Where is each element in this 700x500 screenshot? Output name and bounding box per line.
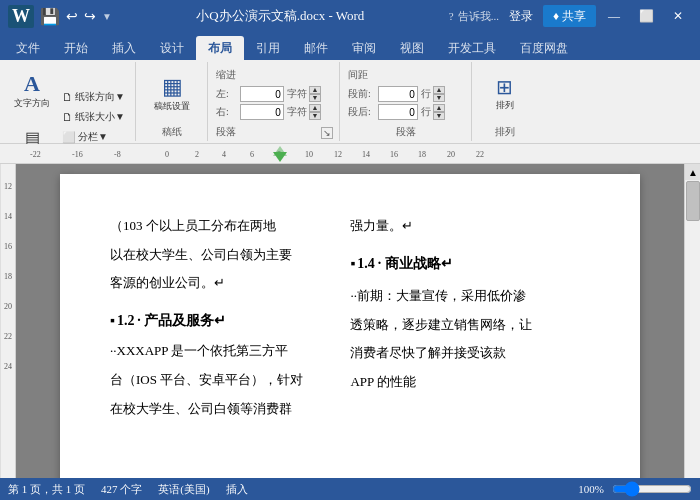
spacing-before-up[interactable]: ▲ (433, 86, 445, 94)
spacing-before-down[interactable]: ▼ (433, 94, 445, 102)
svg-text:2: 2 (195, 150, 199, 159)
indent-right-spinner[interactable]: ▲ ▼ (309, 104, 321, 120)
indent-left-up[interactable]: ▲ (309, 86, 321, 94)
paper-size-button[interactable]: 🗋 纸张大小▼ (58, 108, 129, 126)
indent-dialog-launcher[interactable]: ↘ (321, 127, 333, 139)
heading-strategy: ▪1.4 · 商业战略↵ (350, 251, 590, 276)
title-bar: W 💾 ↩ ↪ ▼ 小Q办公演示文稿.docx - Word ? 告诉我... … (0, 0, 700, 32)
spacing-after-input[interactable] (378, 104, 418, 120)
close-button[interactable]: ✕ (664, 5, 692, 27)
text-line-3: 客源的创业公司。↵ (110, 271, 330, 296)
tab-developer[interactable]: 开发工具 (436, 36, 508, 60)
svg-text:20: 20 (447, 150, 455, 159)
columns-icon: ⬜ (62, 131, 76, 144)
svg-text:22: 22 (476, 150, 484, 159)
tell-me-label: 告诉我... (458, 9, 499, 24)
indent-section-label: 缩进 (216, 68, 333, 82)
tab-mailings[interactable]: 邮件 (292, 36, 340, 60)
svg-text:-8: -8 (114, 150, 121, 159)
svg-text:16: 16 (4, 242, 12, 251)
page-wrapper: （103 个以上员工分布在两地 以在校大学生、公司白领为主要 客源的创业公司。↵… (16, 164, 684, 478)
share-button[interactable]: ♦ 共享 (543, 5, 596, 27)
ribbon-tabs: 文件 开始 插入 设计 布局 引用 邮件 审阅 视图 开发工具 百度网盘 (0, 32, 700, 60)
spacing-before-input[interactable] (378, 86, 418, 102)
orientation-button[interactable]: 🗋 纸张方向▼ (58, 88, 129, 106)
paper-settings-button[interactable]: ▦ 稿纸设置 (146, 68, 198, 120)
svg-text:10: 10 (305, 150, 313, 159)
spacing-after-unit: 行 (421, 105, 431, 119)
spacing-after-spinner[interactable]: ▲ ▼ (433, 104, 445, 120)
scroll-thumb[interactable] (686, 181, 700, 221)
column-left: （103 个以上员工分布在两地 以在校大学生、公司白领为主要 客源的创业公司。↵… (110, 214, 340, 425)
title-bar-left: W 💾 ↩ ↪ ▼ (8, 5, 112, 28)
edit-mode: 插入 (226, 482, 248, 497)
spacing-before-unit: 行 (421, 87, 431, 101)
spacing-before-spinner[interactable]: ▲ ▼ (433, 86, 445, 102)
login-button[interactable]: 登录 (503, 6, 539, 27)
columns-label: 分栏▼ (78, 130, 108, 144)
column-right: 强力量。↵ ▪1.4 · 商业战略↵ ··前期：大量宣传，采用低价渗 透策略，逐… (340, 214, 590, 425)
text-line-1: （103 个以上员工分布在两地 (110, 214, 330, 239)
tab-layout[interactable]: 布局 (196, 36, 244, 60)
text-right-5: APP 的性能 (350, 370, 590, 395)
text-right-1: 强力量。↵ (350, 214, 590, 239)
paper-size-label: 纸张大小▼ (75, 110, 125, 124)
word-count: 427 个字 (101, 482, 142, 497)
indent-left-spinner[interactable]: ▲ ▼ (309, 86, 321, 102)
ruler-vertical: 12 14 16 18 20 22 24 (0, 164, 16, 478)
indent-left-down[interactable]: ▼ (309, 94, 321, 102)
text-direction-button[interactable]: A 文字方向 (10, 64, 54, 116)
group-paper-label: 稿纸 (162, 123, 182, 139)
tab-baidupan[interactable]: 百度网盘 (508, 36, 580, 60)
svg-text:24: 24 (4, 362, 12, 371)
group-page-setup: A 文字方向 ▤ 页边距 🗋 纸张方向▼ 🗋 纸张大小▼ (4, 62, 136, 141)
spacing-after-up[interactable]: ▲ (433, 104, 445, 112)
group-paper: ▦ 稿纸设置 稿纸 (138, 62, 208, 141)
tab-file[interactable]: 文件 (4, 36, 52, 60)
svg-text:12: 12 (4, 182, 12, 191)
tab-references[interactable]: 引用 (244, 36, 292, 60)
indent-right-unit: 字符 (287, 105, 307, 119)
save-icon[interactable]: 💾 (40, 7, 60, 26)
arrange-label: 排列 (496, 99, 514, 112)
minimize-button[interactable]: — (600, 5, 628, 27)
document-area: -22 -16 -8 0 2 4 6 8 10 12 14 16 18 20 2… (0, 144, 700, 478)
spacing-after-label: 段后: (348, 105, 376, 119)
header-right: ? 告诉我... 登录 ♦ 共享 — ⬜ ✕ (449, 5, 692, 27)
text-direction-label: 文字方向 (14, 97, 50, 110)
spacing-after-down[interactable]: ▼ (433, 112, 445, 120)
scroll-up-button[interactable]: ▲ (685, 164, 700, 180)
indent-right-input[interactable] (240, 104, 284, 120)
tab-insert[interactable]: 插入 (100, 36, 148, 60)
customize-icon[interactable]: ▼ (102, 11, 112, 22)
text-line-4: ··XXXAPP 是一个依托第三方平 (110, 339, 330, 364)
spacing-section-label: 间距 (348, 68, 465, 82)
status-bar: 第 1 页，共 1 页 427 个字 英语(美国) 插入 100% (0, 478, 700, 500)
undo-icon[interactable]: ↩ (66, 8, 78, 25)
indent-left-input[interactable] (240, 86, 284, 102)
tab-review[interactable]: 审阅 (340, 36, 388, 60)
indent-right-down[interactable]: ▼ (309, 112, 321, 120)
group-arrange: ⊞ 排列 排列 (474, 62, 536, 141)
group-indent: 缩进 左: 字符 ▲ ▼ 右: 字符 ▲ ▼ 段落 (210, 62, 340, 141)
svg-text:20: 20 (4, 302, 12, 311)
indent-right-up[interactable]: ▲ (309, 104, 321, 112)
arrange-icon: ⊞ (496, 75, 513, 99)
orientation-icon: 🗋 (62, 91, 73, 103)
scrollbar-vertical[interactable]: ▲ (684, 164, 700, 478)
zoom-slider[interactable] (612, 483, 692, 495)
group-arrange-label: 排列 (495, 123, 515, 139)
group-spacing: 间距 段前: 行 ▲ ▼ 段后: 行 ▲ ▼ 段落 (342, 62, 472, 141)
restore-button[interactable]: ⬜ (632, 5, 660, 27)
zoom-level: 100% (578, 483, 604, 495)
tab-design[interactable]: 设计 (148, 36, 196, 60)
tab-home[interactable]: 开始 (52, 36, 100, 60)
svg-text:12: 12 (334, 150, 342, 159)
svg-text:14: 14 (4, 212, 12, 221)
svg-text:-22: -22 (30, 150, 41, 159)
redo-icon[interactable]: ↪ (84, 8, 96, 25)
page-count: 第 1 页，共 1 页 (8, 482, 85, 497)
arrange-button[interactable]: ⊞ 排列 (480, 68, 530, 120)
tab-view[interactable]: 视图 (388, 36, 436, 60)
ribbon: A 文字方向 ▤ 页边距 🗋 纸张方向▼ 🗋 纸张大小▼ (0, 60, 700, 144)
